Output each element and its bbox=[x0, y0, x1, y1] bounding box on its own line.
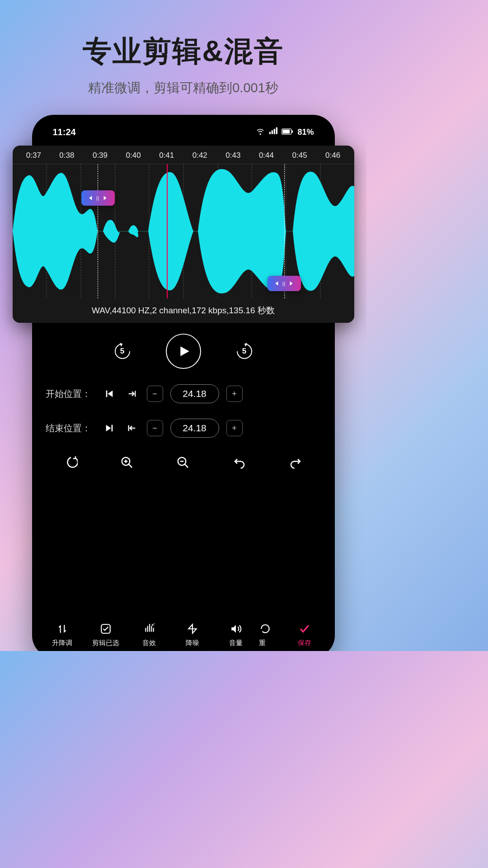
battery-icon bbox=[281, 127, 294, 137]
tab-reset[interactable]: 重 bbox=[259, 623, 282, 647]
svg-rect-1 bbox=[272, 130, 273, 134]
svg-marker-12 bbox=[106, 425, 111, 432]
ruler-tick: 0:38 bbox=[50, 151, 84, 160]
svg-marker-46 bbox=[104, 196, 107, 200]
trim-icon bbox=[99, 623, 112, 635]
end-decrement-button[interactable]: − bbox=[147, 420, 163, 436]
playback-controls: 5 5 bbox=[40, 334, 327, 369]
selection-start-handle[interactable]: || bbox=[81, 190, 115, 206]
svg-rect-3 bbox=[276, 127, 277, 134]
undo-button[interactable] bbox=[233, 456, 246, 469]
start-increment-button[interactable]: + bbox=[226, 386, 243, 402]
tab-save[interactable]: 保存 bbox=[284, 623, 325, 647]
start-label: 开始位置： bbox=[46, 388, 94, 400]
pitch-icon bbox=[56, 623, 69, 635]
svg-marker-32 bbox=[192, 629, 197, 633]
tab-fx-label: 音效 bbox=[142, 639, 156, 647]
reset-button[interactable] bbox=[64, 456, 78, 469]
end-value[interactable]: 24.18 bbox=[170, 419, 219, 438]
svg-marker-7 bbox=[180, 346, 189, 356]
handle-grip-icon: || bbox=[96, 196, 99, 201]
svg-rect-6 bbox=[292, 130, 293, 132]
signal-icon bbox=[268, 127, 277, 138]
ruler-tick: 0:37 bbox=[17, 151, 51, 160]
start-value[interactable]: 24.18 bbox=[170, 384, 219, 403]
svg-rect-27 bbox=[151, 626, 152, 632]
svg-rect-13 bbox=[111, 425, 113, 432]
handle-grip-icon: || bbox=[282, 281, 286, 286]
marketing-subtitle: 精准微调，剪辑可精确到0.001秒 bbox=[0, 79, 366, 97]
svg-marker-48 bbox=[290, 281, 293, 286]
tab-volume[interactable]: 音量 bbox=[216, 623, 256, 647]
seek-forward-amount: 5 bbox=[242, 347, 246, 356]
svg-rect-2 bbox=[274, 129, 275, 134]
zoom-out-button[interactable] bbox=[176, 456, 190, 469]
tab-denoise-label: 降噪 bbox=[186, 639, 199, 647]
svg-marker-47 bbox=[275, 281, 278, 286]
redo-button[interactable] bbox=[289, 456, 302, 469]
status-bar: 11:24 81% bbox=[40, 125, 327, 145]
end-increment-button[interactable]: + bbox=[226, 420, 243, 436]
svg-rect-5 bbox=[283, 130, 290, 134]
selection-end-handle[interactable]: || bbox=[267, 276, 301, 291]
ruler-tick: 0:39 bbox=[84, 151, 117, 160]
save-icon bbox=[298, 623, 311, 635]
svg-rect-8 bbox=[106, 391, 107, 397]
ruler-tick: 0:40 bbox=[117, 151, 150, 160]
edit-actions bbox=[40, 456, 327, 469]
tab-save-label: 保存 bbox=[298, 639, 311, 647]
svg-marker-31 bbox=[188, 624, 192, 629]
ruler-tick: 0:44 bbox=[250, 151, 283, 160]
ruler-tick: 0:45 bbox=[283, 151, 316, 160]
ruler-tick: 0:41 bbox=[150, 151, 183, 160]
end-position-row: 结束位置： − 24.18 + bbox=[40, 419, 327, 438]
waveform-canvas[interactable]: || || bbox=[13, 164, 354, 298]
time-ruler: 0:37 0:38 0:39 0:40 0:41 0:42 0:43 0:44 … bbox=[13, 146, 354, 164]
tab-volume-label: 音量 bbox=[229, 639, 243, 647]
ruler-tick: 0:43 bbox=[216, 151, 250, 160]
play-button[interactable] bbox=[166, 334, 201, 369]
goto-start-button[interactable] bbox=[102, 386, 117, 401]
tab-trim-label: 剪辑已选 bbox=[92, 639, 119, 647]
reset-icon bbox=[259, 623, 272, 635]
svg-line-21 bbox=[185, 464, 188, 468]
svg-rect-28 bbox=[153, 628, 154, 632]
tab-denoise[interactable]: 降噪 bbox=[172, 623, 213, 647]
seek-back-button[interactable]: 5 bbox=[112, 340, 133, 362]
svg-marker-33 bbox=[231, 625, 236, 632]
ruler-tick: 0:42 bbox=[183, 151, 216, 160]
start-decrement-button[interactable]: − bbox=[147, 386, 163, 402]
tab-fx[interactable]: 音效 bbox=[129, 623, 169, 647]
fx-icon bbox=[143, 623, 155, 635]
seek-forward-button[interactable]: 5 bbox=[234, 340, 255, 362]
tab-pitch[interactable]: 升降调 bbox=[42, 623, 83, 647]
svg-point-29 bbox=[151, 624, 153, 626]
snap-start-button[interactable] bbox=[124, 386, 140, 401]
tab-trim[interactable]: 剪辑已选 bbox=[85, 623, 126, 647]
status-time: 11:24 bbox=[53, 127, 76, 137]
marketing-title: 专业剪辑&混音 bbox=[0, 32, 366, 71]
tab-reset-label: 重 bbox=[259, 639, 266, 647]
zoom-in-button[interactable] bbox=[120, 456, 134, 469]
svg-rect-24 bbox=[145, 628, 146, 632]
bottom-toolbar: 升降调 剪辑已选 音效 降噪 音量 重 保存 bbox=[40, 623, 327, 647]
svg-rect-25 bbox=[147, 626, 148, 632]
goto-end-button[interactable] bbox=[102, 420, 117, 436]
denoise-icon bbox=[186, 623, 199, 635]
svg-point-30 bbox=[153, 623, 154, 624]
svg-line-17 bbox=[129, 464, 132, 468]
wifi-icon bbox=[256, 127, 265, 138]
selection-start-line bbox=[98, 164, 98, 298]
battery-percent: 81% bbox=[297, 127, 314, 137]
audio-metadata: WAV,44100 HZ,2 channel,172 kbps,135.16 秒… bbox=[13, 298, 354, 323]
ruler-tick: 0:46 bbox=[316, 151, 350, 160]
end-label: 结束位置： bbox=[46, 422, 94, 434]
seek-back-amount: 5 bbox=[120, 347, 124, 356]
start-position-row: 开始位置： − 24.18 + bbox=[40, 384, 327, 403]
svg-marker-45 bbox=[89, 196, 92, 200]
snap-end-button[interactable] bbox=[124, 420, 140, 436]
svg-rect-26 bbox=[149, 624, 150, 632]
svg-marker-9 bbox=[108, 391, 113, 397]
svg-rect-0 bbox=[269, 132, 271, 134]
tab-pitch-label: 升降调 bbox=[52, 639, 72, 647]
